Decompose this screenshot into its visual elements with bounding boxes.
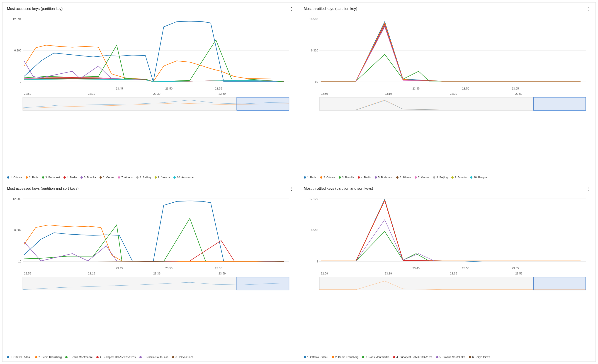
svg-rect-14 bbox=[237, 98, 289, 111]
legend-item-3: 4. Berlin bbox=[64, 176, 77, 179]
svg-text:23:39: 23:39 bbox=[153, 272, 160, 275]
svg-text:22:59: 22:59 bbox=[321, 272, 328, 275]
svg-top-left: 12,591 6,296 2 22:59 23:19 23:39 23:59 2… bbox=[7, 14, 294, 113]
chart-svg-top-right: 18,580 9,320 60 22:59 23:19 23:39 23:59 … bbox=[304, 14, 591, 174]
svg-text:6,009: 6,009 bbox=[14, 229, 22, 232]
legend-item-tr-2: 3. Brasilia bbox=[339, 176, 354, 179]
legend-item-br-2: 3. Paris Montmartre bbox=[362, 356, 389, 359]
panel-top-right: Most throttled keys (partition key) ⋮ 18… bbox=[299, 2, 596, 182]
legend-item-tr-4: 5. Budapest bbox=[375, 176, 393, 179]
svg-text:22:59: 22:59 bbox=[321, 92, 328, 95]
legend-item-6: 7. Athens bbox=[118, 176, 133, 179]
svg-text:23:55: 23:55 bbox=[512, 267, 519, 270]
svg-text:23:59: 23:59 bbox=[218, 272, 226, 275]
legend-item-br-1: 2. Berlin Kreuzberg bbox=[332, 356, 359, 359]
svg-text:23:55: 23:55 bbox=[512, 87, 519, 90]
legend-item-bl-3: 4. Budapest Belv%C3%A1ros bbox=[96, 356, 136, 359]
svg-text:23:59: 23:59 bbox=[218, 92, 226, 95]
svg-text:23:45: 23:45 bbox=[116, 87, 123, 90]
svg-text:60: 60 bbox=[315, 80, 318, 83]
svg-text:22:59: 22:59 bbox=[24, 272, 31, 275]
kebab-menu-bottom-left[interactable]: ⋮ bbox=[289, 186, 294, 191]
svg-text:8,566: 8,566 bbox=[311, 229, 318, 232]
legend-item-tr-8: 9. Jakarta bbox=[451, 176, 467, 179]
legend-item-br-0: 1. Ottawa Rideau bbox=[304, 356, 328, 359]
legend-item-8: 9. Jakarta bbox=[155, 176, 170, 179]
legend-item-7: 8. Beijing bbox=[136, 176, 151, 179]
legend-item-br-4: 5. Brasilia SouthLake bbox=[436, 356, 465, 359]
svg-text:9,320: 9,320 bbox=[311, 49, 318, 52]
svg-text:23:39: 23:39 bbox=[450, 272, 457, 275]
kebab-menu-bottom-right[interactable]: ⋮ bbox=[586, 186, 591, 191]
legend-item-bl-1: 2. Berlin Kreuzberg bbox=[35, 356, 62, 359]
panel-header-bottom-right: Most throttled keys (partition and sort … bbox=[304, 186, 591, 191]
legend-item-tr-1: 2. Ottawa bbox=[320, 176, 335, 179]
svg-top-right: 18,580 9,320 60 22:59 23:19 23:39 23:59 … bbox=[304, 14, 591, 113]
chart-area-bottom-left: 12,009 6,009 10 22:59 23:19 23:39 23:59 … bbox=[7, 194, 294, 359]
svg-text:23:19: 23:19 bbox=[88, 272, 95, 275]
chart-area-bottom-right: 17,129 8,566 3 22:59 23:19 23:39 23:59 2… bbox=[304, 194, 591, 359]
svg-text:12,591: 12,591 bbox=[13, 18, 22, 21]
panel-title-bottom-right: Most throttled keys (partition and sort … bbox=[304, 187, 373, 190]
legend-item-br-3: 4. Budapest Belv%C3%A1ros bbox=[393, 356, 432, 359]
kebab-menu-top-right[interactable]: ⋮ bbox=[586, 6, 591, 12]
svg-text:23:50: 23:50 bbox=[462, 87, 469, 90]
legend-item-bl-0: 1. Ottawa Rideau bbox=[7, 356, 32, 359]
svg-text:2: 2 bbox=[20, 80, 21, 83]
svg-rect-65 bbox=[534, 277, 586, 290]
legend-item-bl-5: 6. Tokyo Ginza bbox=[172, 356, 193, 359]
legend-item-bl-2: 3. Paris Montmartre bbox=[65, 356, 92, 359]
panel-title-top-right: Most throttled keys (partition key) bbox=[304, 7, 357, 11]
panel-title-top-left: Most accessed keys (partition key) bbox=[7, 7, 63, 11]
legend-item-9: 10. Amsterdam bbox=[174, 176, 195, 179]
svg-text:6,296: 6,296 bbox=[14, 49, 22, 52]
legend-top-left: 1. Ottawa 2. Paris 3. Budapest 4. Berlin… bbox=[7, 176, 294, 179]
legend-item-1: 2. Paris bbox=[26, 176, 38, 179]
svg-text:18,580: 18,580 bbox=[309, 18, 318, 21]
panel-header-bottom-left: Most accessed keys (partition and sort k… bbox=[7, 186, 294, 191]
legend-item-4: 5. Brasilia bbox=[81, 176, 96, 179]
chart-area-top-right: 18,580 9,320 60 22:59 23:19 23:39 23:59 … bbox=[304, 14, 591, 179]
svg-text:22:59: 22:59 bbox=[24, 92, 31, 95]
panel-header-top-left: Most accessed keys (partition key) ⋮ bbox=[7, 6, 294, 12]
legend-item-tr-9: 10. Prague bbox=[470, 176, 487, 179]
kebab-menu-top-left[interactable]: ⋮ bbox=[289, 6, 294, 12]
svg-text:23:55: 23:55 bbox=[215, 267, 222, 270]
svg-text:23:50: 23:50 bbox=[462, 267, 469, 270]
dashboard: Most accessed keys (partition key) ⋮ 12,… bbox=[0, 0, 598, 364]
svg-text:23:39: 23:39 bbox=[153, 92, 160, 95]
svg-text:10: 10 bbox=[18, 260, 21, 263]
svg-bottom-right: 17,129 8,566 3 22:59 23:19 23:39 23:59 2… bbox=[304, 194, 591, 293]
legend-top-right: 1. Paris 2. Ottawa 3. Brasilia 4. Berlin… bbox=[304, 176, 591, 179]
svg-text:23:45: 23:45 bbox=[412, 267, 420, 270]
legend-bottom-right: 1. Ottawa Rideau 2. Berlin Kreuzberg 3. … bbox=[304, 356, 591, 359]
svg-text:12,009: 12,009 bbox=[13, 198, 22, 201]
legend-item-5: 6. Vienna bbox=[100, 176, 115, 179]
svg-text:23:55: 23:55 bbox=[215, 87, 222, 90]
legend-item-tr-0: 1. Paris bbox=[304, 176, 316, 179]
svg-rect-48 bbox=[237, 277, 289, 290]
legend-item-0: 1. Ottawa bbox=[7, 176, 22, 179]
svg-text:23:59: 23:59 bbox=[515, 92, 523, 95]
legend-bottom-left: 1. Ottawa Rideau 2. Berlin Kreuzberg 3. … bbox=[7, 356, 294, 359]
chart-svg-bottom-right: 17,129 8,566 3 22:59 23:19 23:39 23:59 2… bbox=[304, 194, 591, 354]
svg-text:23:45: 23:45 bbox=[116, 267, 123, 270]
legend-item-tr-6: 7. Vienna bbox=[415, 176, 430, 179]
svg-text:23:50: 23:50 bbox=[165, 267, 173, 270]
legend-item-br-5: 6. Tokyo Ginza bbox=[469, 356, 490, 359]
svg-text:23:50: 23:50 bbox=[165, 87, 173, 90]
svg-bottom-left: 12,009 6,009 10 22:59 23:19 23:39 23:59 … bbox=[7, 194, 294, 293]
legend-item-bl-4: 5. Brasilia SouthLake bbox=[139, 356, 168, 359]
legend-item-2: 3. Budapest bbox=[42, 176, 60, 179]
svg-text:23:59: 23:59 bbox=[515, 272, 523, 275]
svg-text:23:19: 23:19 bbox=[385, 92, 392, 95]
svg-text:23:19: 23:19 bbox=[88, 92, 95, 95]
chart-area-top-left: 12,591 6,296 2 22:59 23:19 23:39 23:59 2… bbox=[7, 14, 294, 179]
svg-text:23:45: 23:45 bbox=[412, 87, 420, 90]
svg-text:23:19: 23:19 bbox=[385, 272, 392, 275]
panel-bottom-left: Most accessed keys (partition and sort k… bbox=[2, 182, 299, 362]
panel-header-top-right: Most throttled keys (partition key) ⋮ bbox=[304, 6, 591, 12]
svg-text:3: 3 bbox=[316, 260, 318, 263]
svg-text:23:39: 23:39 bbox=[450, 92, 457, 95]
legend-item-tr-3: 4. Berlin bbox=[358, 176, 371, 179]
